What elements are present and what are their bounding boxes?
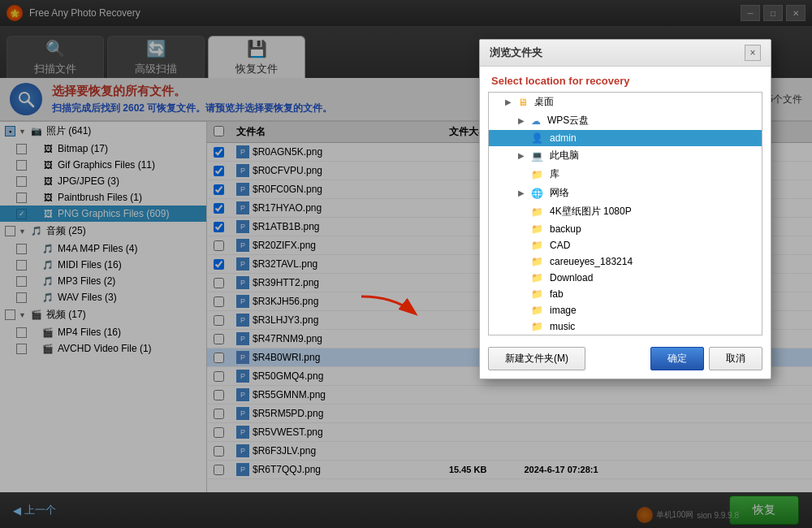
dtree-item-label: 库 xyxy=(550,167,559,181)
ok-button[interactable]: 确定 xyxy=(650,347,704,370)
dtree-folder-icon: 📁 xyxy=(531,206,543,218)
dialog-tree-item[interactable]: 📁 music xyxy=(489,318,762,335)
dialog-tree-item[interactable]: 👤 admin xyxy=(489,130,762,146)
dtree-item-label: image xyxy=(550,305,577,316)
dtree-expand: ▶ xyxy=(505,97,515,106)
dtree-folder-icon: 🌐 xyxy=(531,188,543,199)
dialog-tree-item[interactable]: 📁 image xyxy=(489,302,762,318)
dtree-folder-icon: 📁 xyxy=(531,321,543,332)
dtree-folder-icon: 📁 xyxy=(531,288,543,300)
dialog-tree-item[interactable]: ▶ 🖥 桌面 xyxy=(489,93,762,111)
dialog-tree-item[interactable]: ▶ 🌐 网络 xyxy=(489,184,762,202)
browse-dialog: 浏览文件夹 × Select location for recovery ▶ 🖥… xyxy=(479,39,771,379)
dtree-folder-icon: 📁 xyxy=(531,272,543,283)
dialog-tree-item[interactable]: 📁 CAD xyxy=(489,237,762,253)
dtree-folder-icon: 📁 xyxy=(531,305,543,316)
dialog-tree-item[interactable]: ▶ ☁ WPS云盘 xyxy=(489,111,762,130)
dtree-folder-icon: 👤 xyxy=(531,132,543,144)
dialog-tree-item[interactable]: 📁 Download xyxy=(489,270,762,286)
dtree-folder-icon: ☁ xyxy=(531,115,541,127)
dtree-item-label: 桌面 xyxy=(534,95,554,109)
cancel-button[interactable]: 取消 xyxy=(709,347,762,370)
dtree-item-label: music xyxy=(550,321,575,332)
dtree-item-label: fab xyxy=(550,288,564,300)
dtree-item-label: Download xyxy=(550,272,593,283)
dialog-title-bar: 浏览文件夹 × xyxy=(480,40,771,67)
dialog-buttons: 新建文件夹(M) 确定 取消 xyxy=(480,342,771,379)
dtree-expand: ▶ xyxy=(518,116,528,125)
dialog-tree: ▶ 🖥 桌面 ▶ ☁ WPS云盘 👤 admin ▶ 💻 此电脑 📁 库 ▶ xyxy=(488,92,762,335)
dtree-item-label: 4K壁纸图片 1080P xyxy=(550,205,632,219)
dtree-folder-icon: 📁 xyxy=(531,169,543,180)
dialog-tree-item[interactable]: 📁 4K壁纸图片 1080P xyxy=(489,202,762,221)
dtree-item-label: CAD xyxy=(550,240,570,251)
dtree-folder-icon: 📁 xyxy=(531,256,543,267)
dtree-item-label: WPS云盘 xyxy=(547,114,589,128)
dtree-item-label: backup xyxy=(550,223,581,235)
dtree-folder-icon: 📁 xyxy=(531,223,543,235)
dialog-tree-item[interactable]: 📁 careueyes_183214 xyxy=(489,253,762,270)
dtree-expand: ▶ xyxy=(518,188,528,197)
dialog-overlay: 浏览文件夹 × Select location for recovery ▶ 🖥… xyxy=(0,0,812,528)
dialog-tree-item[interactable]: ▶ 💻 此电脑 xyxy=(489,146,762,165)
dtree-item-label: 网络 xyxy=(550,186,569,200)
new-folder-button[interactable]: 新建文件夹(M) xyxy=(488,347,585,370)
dialog-tree-item[interactable]: 📁 库 xyxy=(489,165,762,184)
dtree-item-label: careueyes_183214 xyxy=(550,256,633,267)
dialog-tree-item[interactable]: 📁 fab xyxy=(489,286,762,302)
dialog-title: 浏览文件夹 xyxy=(490,45,542,60)
dtree-item-label: 此电脑 xyxy=(550,149,579,162)
dtree-folder-icon: 🖥 xyxy=(518,97,528,108)
dtree-item-label: admin xyxy=(550,132,577,144)
dialog-subtitle: Select location for recovery xyxy=(480,67,771,92)
dtree-expand: ▶ xyxy=(518,151,528,160)
dtree-folder-icon: 💻 xyxy=(531,150,543,162)
dtree-folder-icon: 📁 xyxy=(531,240,543,251)
dialog-tree-item[interactable]: 📁 backup xyxy=(489,221,762,237)
dialog-close-button[interactable]: × xyxy=(745,45,761,61)
